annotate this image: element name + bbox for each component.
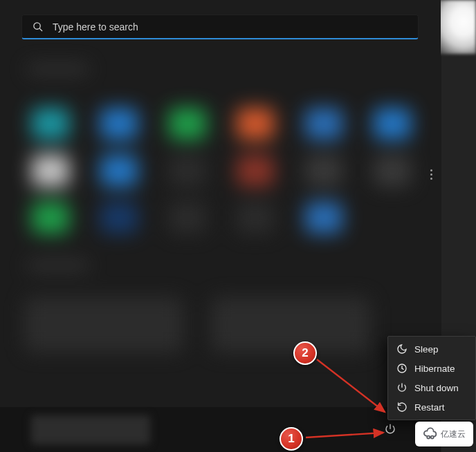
svg-point-0 xyxy=(34,23,40,29)
watermark: 亿速云 xyxy=(415,422,473,446)
restart-icon xyxy=(396,402,408,413)
more-options-icon[interactable] xyxy=(430,167,432,182)
power-menu: Sleep Hibernate Shut down xyxy=(387,336,476,420)
annotation-badge-2: 2 xyxy=(293,341,317,365)
power-menu-shutdown[interactable]: Shut down xyxy=(388,378,475,397)
power-menu-hibernate[interactable]: Hibernate xyxy=(388,359,475,378)
watermark-logo-icon xyxy=(423,426,438,442)
power-menu-restart[interactable]: Restart xyxy=(388,397,475,417)
power-menu-sleep[interactable]: Sleep xyxy=(388,339,475,359)
start-menu-footer xyxy=(0,407,441,452)
background-highlight xyxy=(434,0,476,54)
watermark-text: 亿速云 xyxy=(441,429,466,440)
power-button[interactable] xyxy=(384,423,396,435)
user-account-chip[interactable] xyxy=(31,415,150,444)
sleep-icon xyxy=(396,343,408,355)
annotation-badge-1: 1 xyxy=(280,427,303,451)
search-input[interactable]: Type here to search xyxy=(21,15,419,39)
svg-line-1 xyxy=(39,28,42,31)
power-menu-item-label: Sleep xyxy=(414,344,439,355)
power-menu-item-label: Restart xyxy=(414,402,445,413)
svg-line-4 xyxy=(402,368,403,369)
search-placeholder: Type here to search xyxy=(53,21,138,32)
shutdown-icon xyxy=(396,382,408,393)
start-menu-panel: Type here to search xyxy=(0,0,441,407)
search-icon xyxy=(33,21,43,32)
annotation-badge-label: 1 xyxy=(288,432,294,446)
power-menu-item-label: Hibernate xyxy=(414,364,455,374)
annotation-badge-label: 2 xyxy=(302,346,308,360)
start-menu-apps-blurred xyxy=(17,55,425,401)
hibernate-icon xyxy=(396,363,408,374)
power-menu-item-label: Shut down xyxy=(414,383,459,393)
screenshot-root: Type here to search xyxy=(0,0,476,452)
